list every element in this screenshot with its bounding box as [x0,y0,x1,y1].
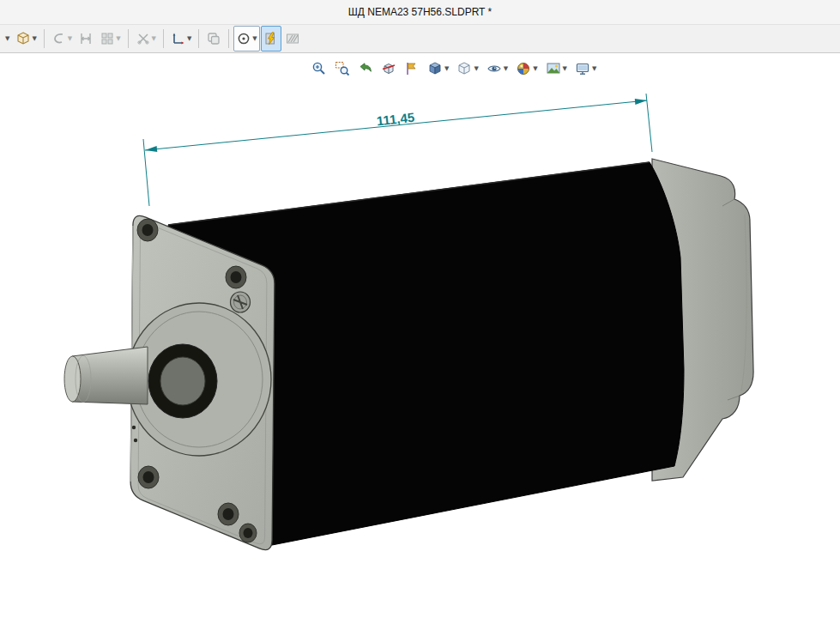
toolbar-divider [128,29,129,48]
section-circle-view-button[interactable]: ▼ [233,26,259,52]
monitor-icon [575,61,590,76]
chevron-down-icon: ▼ [5,36,9,42]
lightning-icon [263,31,279,46]
toolbar-divider [228,29,229,48]
main-toolbar: ▼ ▼ ▼ [0,25,840,53]
chevron-down-icon: ▼ [592,66,596,72]
toolbar-divider [198,29,199,48]
contour-icon [51,31,67,46]
trim-entities-button[interactable]: ▼ [133,26,159,52]
section-view-button[interactable] [378,58,399,79]
screw-head [231,292,251,312]
chevron-down-icon: ▼ [152,36,156,42]
axis-icon [171,31,186,46]
chevron-down-icon: ▼ [444,66,449,72]
appearance-ball-icon [516,61,531,76]
annotation-flag-icon [404,61,420,76]
extension-line [646,94,652,152]
mounting-hole [218,503,239,525]
realview-preview-button[interactable] [261,26,281,52]
chevron-down-icon: ▼ [504,66,508,72]
mounting-hole [226,266,246,288]
previous-view-button[interactable] [355,58,376,79]
pattern-grid-icon [100,31,115,46]
chevron-down-icon: ▼ [563,66,567,72]
chevron-down-icon: ▼ [474,66,478,72]
dynamic-annotation-views-button[interactable] [402,58,422,79]
zoom-to-area-button[interactable] [332,58,353,79]
mate-references-button[interactable] [76,26,96,52]
sketch-contour-button[interactable]: ▼ [49,26,75,52]
scene-icon [546,61,561,76]
toolbar-divider [163,29,164,48]
zoom-to-area-icon [335,61,350,76]
mate-icon [78,31,94,46]
trim-icon [136,31,151,46]
mounting-hole [138,466,159,488]
window-title: ШД NEMA23 57H56.SLDPRT * [348,6,492,18]
chevron-down-icon: ▼ [116,36,120,42]
convert-entities-button[interactable] [203,26,224,52]
zebra-image-icon [285,31,300,46]
cube-icon [15,31,31,46]
linear-pattern-button[interactable]: ▼ [97,26,123,52]
display-style-icon [456,61,472,76]
chevron-down-icon: ▼ [187,36,191,42]
pilot-hole [132,426,136,429]
view-settings-button[interactable]: ▼ [572,58,599,79]
heads-up-toolbar: ▼ ▼ ▼ [309,58,599,79]
view-orientation-button[interactable]: ▼ [425,58,451,79]
view-orientation-cube-button[interactable]: ▼ [13,26,39,52]
chevron-down-icon: ▼ [32,36,36,42]
eye-icon [486,61,502,76]
mounting-hole [239,524,257,542]
section-view-icon [381,61,396,76]
motor-shaft [64,347,148,404]
zoom-to-fit-button[interactable] [309,58,329,79]
reference-axis-button[interactable]: ▼ [168,26,194,52]
window-titlebar: ШД NEMA23 57H56.SLDPRT * [0,0,840,25]
display-style-button[interactable]: ▼ [454,58,480,79]
chevron-down-icon: ▼ [252,36,257,42]
chevron-down-icon: ▼ [533,66,537,72]
chevron-down-icon: ▼ [68,36,72,42]
pilot-hole [134,439,137,442]
edit-appearance-button[interactable]: ▼ [513,58,540,79]
circle-icon [236,31,251,46]
model-viewport[interactable]: 111,45 [0,53,840,618]
toolbar-divider [44,29,45,48]
dimension-value[interactable]: 111,45 [376,110,415,128]
previous-view-icon [358,61,373,76]
mounting-hole [137,219,158,241]
view-cube-icon [427,61,443,76]
apply-scene-button[interactable]: ▼ [543,58,570,79]
zoom-to-fit-icon [311,61,327,76]
motor-front-plate [64,215,275,549]
zebra-stripes-button[interactable] [282,26,303,52]
hide-show-items-button[interactable]: ▼ [484,58,511,79]
arrowhead [635,99,647,105]
convert-icon [206,31,221,46]
graphics-area[interactable]: ▼ ▼ ▼ [0,53,840,618]
overflow-caret-button[interactable]: ▼ [2,26,12,52]
pilot-boss [127,303,271,456]
arrowhead [145,146,157,152]
